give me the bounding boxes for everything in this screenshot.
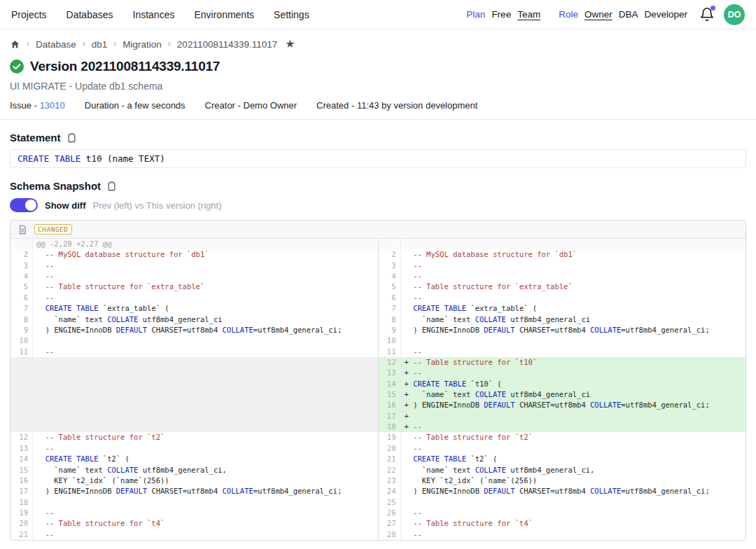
statement-sql[interactable]: CREATE TABLE t10 (name TEXT): [10, 149, 746, 168]
line-code: -- Table structure for `extra_table`: [401, 282, 746, 292]
page-title: Version 20211008114339.11017: [30, 59, 220, 74]
line-code: + `name` text COLLATE utf8mb4_general_ci: [401, 389, 746, 400]
line-code: ) ENGINE=InnoDB DEFAULT CHARSET=utf8mb4 …: [401, 325, 746, 335]
line-code: ) ENGINE=InnoDB DEFAULT CHARSET=utf8mb4 …: [401, 486, 746, 496]
line-number: 7: [10, 303, 33, 314]
schema-diff-panel: CHANGED @@ -2,20 +2,27 @@2 -- MySQL data…: [10, 220, 746, 541]
role-option-developer[interactable]: Developer: [644, 9, 687, 20]
breadcrumb-item[interactable]: Database: [36, 39, 76, 50]
diff-line: 14 CREATE TABLE `t2` (: [10, 454, 378, 464]
line-code: `name` text COLLATE utf8mb4_general_ci,: [401, 465, 746, 475]
line-number: 14: [379, 379, 401, 389]
diff-line: 21 --: [10, 529, 378, 540]
line-number: 8: [10, 314, 33, 325]
line-number: 27: [379, 518, 401, 529]
nav-item-databases[interactable]: Databases: [66, 9, 113, 20]
line-code: CREATE TABLE `t2` (: [33, 454, 378, 464]
notification-bell-icon[interactable]: [699, 7, 715, 22]
line-number: [10, 422, 33, 432]
line-number: 28: [379, 529, 401, 540]
line-number: [10, 379, 33, 389]
line-code: --: [401, 271, 746, 282]
nav-item-projects[interactable]: Projects: [11, 9, 47, 20]
diff-column-current[interactable]: 2 -- MySQL database structure for `db1`3…: [379, 239, 746, 540]
toggle-knob: [25, 200, 36, 211]
line-number: 21: [379, 454, 401, 464]
breadcrumb-item[interactable]: Migration: [122, 39, 162, 50]
copy-statement-icon[interactable]: [66, 132, 77, 144]
line-code: --: [401, 529, 746, 540]
nav-item-settings[interactable]: Settings: [274, 9, 309, 20]
user-avatar[interactable]: DO: [724, 4, 745, 25]
line-code: [33, 422, 378, 432]
role-link[interactable]: Role: [559, 9, 578, 20]
diff-line: 16+ ) ENGINE=InnoDB DEFAULT CHARSET=utf8…: [379, 400, 746, 410]
diff-line: 18+ --: [379, 422, 746, 432]
copy-snapshot-icon[interactable]: [106, 181, 117, 192]
line-number: 4: [379, 271, 401, 282]
nav-item-environments[interactable]: Environments: [194, 9, 254, 20]
line-code: --: [33, 271, 378, 282]
line-number: 18: [10, 497, 33, 508]
role-option-owner[interactable]: Owner: [584, 9, 612, 20]
role-option-dba[interactable]: DBA: [619, 9, 638, 20]
plan-link[interactable]: Plan: [466, 9, 485, 20]
line-code: --: [401, 508, 746, 518]
diff-line: 11 --: [379, 347, 746, 357]
line-number: 17: [379, 411, 401, 422]
diff-line: 6 --: [379, 293, 746, 303]
diff-line: 21 CREATE TABLE `t2` (: [379, 454, 746, 464]
diff-line: 8 `name` text COLLATE utf8mb4_general_ci: [379, 314, 746, 325]
diff-line: 24 ) ENGINE=InnoDB DEFAULT CHARSET=utf8m…: [379, 486, 746, 496]
diff-line: 23 KEY `t2_idx` (`name`(256)): [379, 475, 746, 486]
star-icon[interactable]: ★: [285, 39, 295, 50]
diff-line: 14+ CREATE TABLE `t10` (: [379, 379, 746, 389]
diff-line: 11 --: [10, 347, 378, 357]
line-code: [33, 379, 378, 389]
breadcrumb-separator-icon: ›: [27, 39, 29, 48]
diff-line: 26 --: [379, 508, 746, 518]
plan-option-free[interactable]: Free: [491, 9, 511, 20]
line-number: 22: [379, 465, 401, 475]
line-number: 26: [379, 508, 401, 518]
nav-item-instances[interactable]: Instances: [133, 9, 175, 20]
line-number: 7: [379, 303, 401, 314]
diff-line: [10, 411, 378, 422]
line-code: --: [401, 443, 746, 454]
diff-line: @@ -2,20 +2,27 @@: [10, 239, 378, 249]
line-code: + --: [401, 368, 746, 378]
breadcrumb: ›Database›db1›Migration›20211008114339.1…: [10, 39, 746, 50]
diff-line: 10: [379, 335, 746, 346]
diff-line: 8 `name` text COLLATE utf8mb4_general_ci: [10, 314, 378, 325]
line-number: 13: [379, 368, 401, 378]
diff-line: 17+: [379, 411, 746, 422]
home-icon[interactable]: [10, 39, 20, 50]
line-code: + CREATE TABLE `t10` (: [401, 379, 746, 389]
line-code: [401, 497, 746, 508]
breadcrumb-item[interactable]: 20211008114339.11017: [177, 39, 277, 50]
diff-line: 4 --: [10, 271, 378, 282]
breadcrumb-item[interactable]: db1: [92, 39, 108, 50]
line-code: --: [33, 347, 378, 357]
diff-column-prev[interactable]: @@ -2,20 +2,27 @@2 -- MySQL database str…: [10, 239, 379, 540]
line-code: --: [401, 347, 746, 357]
breadcrumb-separator-icon: ›: [113, 39, 116, 48]
line-number: 21: [10, 529, 33, 540]
line-number: 12: [379, 357, 401, 368]
line-code: [33, 335, 378, 346]
show-diff-toggle[interactable]: [10, 198, 38, 212]
section-divider: [0, 119, 756, 120]
diff-line: 10: [10, 335, 378, 346]
line-code: + --: [401, 422, 746, 432]
diff-line: [379, 239, 746, 249]
line-number: 6: [379, 293, 401, 303]
issue-link[interactable]: 13010: [40, 100, 65, 111]
line-code: @@ -2,20 +2,27 @@: [33, 239, 378, 249]
plan-option-team[interactable]: Team: [517, 9, 540, 20]
line-number: [10, 389, 33, 400]
success-check-icon: [10, 60, 24, 74]
diff-line: 5 -- Table structure for `extra_table`: [10, 282, 378, 292]
breadcrumb-separator-icon: ›: [168, 39, 171, 48]
diff-line: [10, 368, 378, 378]
line-number: 10: [379, 335, 401, 346]
